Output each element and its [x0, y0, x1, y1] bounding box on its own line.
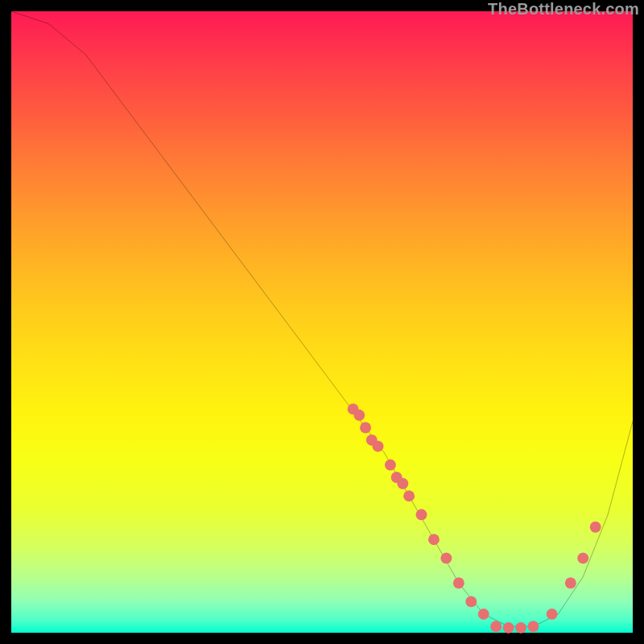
- marker-point: [373, 440, 384, 452]
- marker-point: [565, 577, 576, 588]
- marker-point: [490, 621, 502, 632]
- marker-point: [515, 622, 526, 634]
- marker-point: [453, 577, 464, 588]
- marker-point: [353, 410, 365, 421]
- marker-point: [503, 622, 514, 634]
- marker-point: [403, 490, 415, 502]
- marker-point: [528, 621, 539, 632]
- marker-point: [547, 609, 558, 620]
- marker-point: [360, 422, 371, 433]
- marker-point: [416, 509, 427, 520]
- marker-point: [428, 534, 440, 545]
- marker-point: [478, 609, 489, 620]
- bottleneck-curve-line: [11, 11, 633, 626]
- marker-point: [397, 478, 408, 489]
- marker-point: [577, 552, 588, 564]
- chart-container: TheBottleneck.com: [0, 0, 644, 644]
- chart-svg: [11, 11, 633, 633]
- marker-point: [385, 460, 396, 471]
- marker-point: [590, 522, 601, 533]
- watermark-label: TheBottleneck.com: [488, 0, 639, 19]
- marker-point: [440, 552, 452, 564]
- marker-points-group: [348, 403, 601, 634]
- marker-point: [465, 596, 477, 607]
